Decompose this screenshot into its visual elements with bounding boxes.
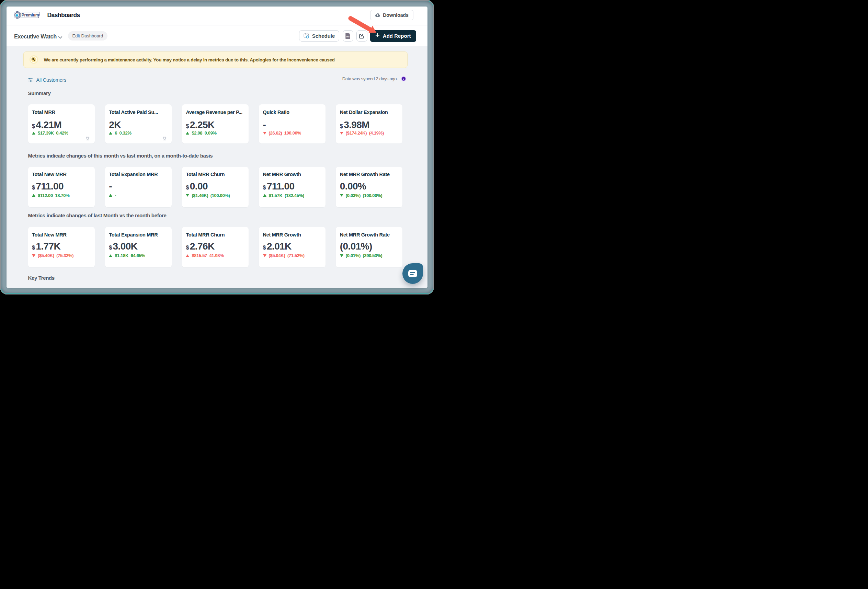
svg-text:Premium: Premium <box>22 13 39 18</box>
svg-text:PDF: PDF <box>346 36 350 38</box>
